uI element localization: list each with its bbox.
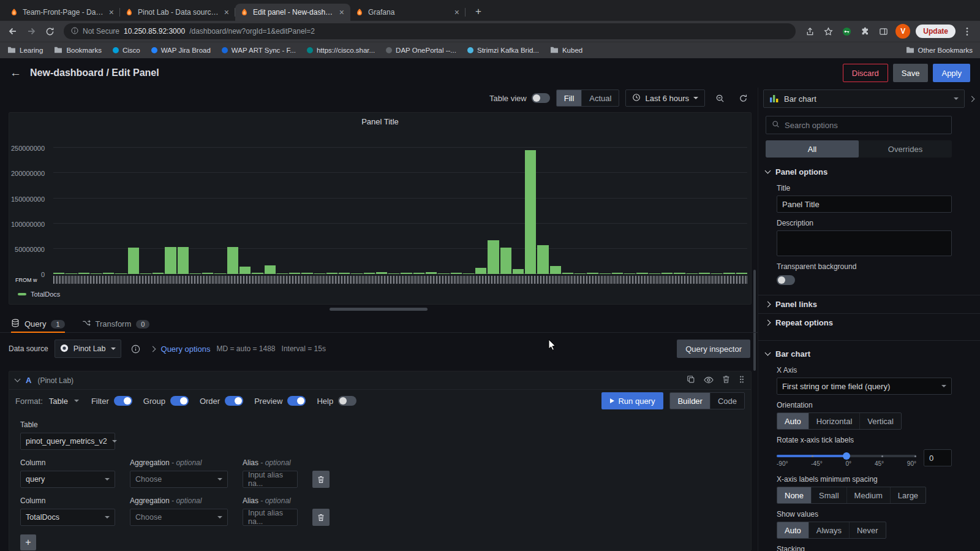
visualization-picker[interactable]: Bar chart bbox=[763, 89, 965, 108]
run-query-button[interactable]: Run query bbox=[601, 392, 663, 409]
collapse-query-icon[interactable] bbox=[15, 376, 21, 382]
delete-column-button[interactable] bbox=[312, 471, 330, 488]
options-tab[interactable]: Overrides bbox=[859, 140, 952, 158]
display-mode-option[interactable]: Fill bbox=[557, 90, 582, 106]
x-axis-select[interactable]: First string or time field (query) bbox=[777, 378, 952, 395]
orientation-option[interactable]: Auto bbox=[777, 413, 809, 429]
duplicate-query-icon[interactable] bbox=[687, 375, 695, 386]
toggle-switch[interactable] bbox=[287, 396, 306, 406]
bookmark-item[interactable]: WAP Jira Broad bbox=[151, 47, 211, 54]
browser-tab[interactable]: Grafana × bbox=[350, 4, 466, 21]
time-range-picker[interactable]: Last 6 hours bbox=[625, 89, 705, 107]
datasource-picker[interactable]: Pinot Lab bbox=[55, 340, 121, 358]
bookmark-item[interactable]: Bookmarks bbox=[54, 46, 102, 55]
alias-input[interactable]: Input alias na... bbox=[243, 471, 298, 488]
spacing-option[interactable]: Large bbox=[891, 487, 925, 503]
drag-handle-icon[interactable] bbox=[739, 375, 745, 386]
toggle-switch[interactable] bbox=[225, 396, 243, 406]
show-values-option[interactable]: Always bbox=[809, 522, 850, 538]
options-tab[interactable]: All bbox=[766, 140, 859, 158]
bookmark-star-icon[interactable] bbox=[820, 23, 836, 39]
forward-icon[interactable] bbox=[23, 23, 39, 39]
tab-transform[interactable]: Transform 0 bbox=[82, 316, 150, 332]
orientation-option[interactable]: Horizontal bbox=[809, 413, 861, 429]
toggle-switch[interactable] bbox=[338, 396, 356, 406]
aggregation-select[interactable]: Choose bbox=[130, 471, 228, 488]
toggle-switch[interactable] bbox=[114, 396, 132, 406]
collapsed-section[interactable]: Repeat options bbox=[758, 313, 980, 332]
column-select[interactable]: query bbox=[20, 471, 115, 488]
horizontal-scrollbar[interactable] bbox=[330, 308, 428, 311]
toggle-switch[interactable] bbox=[170, 396, 189, 406]
tab-close-icon[interactable]: × bbox=[453, 7, 461, 17]
bookmark-item[interactable]: Cisco bbox=[113, 47, 140, 54]
delete-column-button[interactable] bbox=[312, 509, 330, 526]
show-values-option[interactable]: Never bbox=[850, 522, 886, 538]
table-view-toggle[interactable] bbox=[532, 93, 550, 103]
refresh-icon[interactable] bbox=[734, 89, 752, 107]
chrome-update-button[interactable]: Update bbox=[916, 25, 956, 38]
bookmark-item[interactable]: Learing bbox=[7, 46, 43, 55]
browser-tab[interactable]: Pinot Lab - Data sources - Con × bbox=[120, 4, 235, 21]
bar-chart-section[interactable]: Bar chart bbox=[758, 340, 980, 360]
tab-close-icon[interactable]: × bbox=[223, 7, 230, 17]
legend[interactable]: TotalDocs bbox=[18, 291, 60, 298]
alias-input[interactable]: Input alias na... bbox=[243, 509, 298, 526]
bookmark-item[interactable]: DAP OnePortal --... bbox=[386, 47, 456, 54]
show-values-option[interactable]: Auto bbox=[777, 522, 809, 538]
chrome-menu-icon[interactable] bbox=[959, 23, 975, 39]
add-column-button[interactable]: + bbox=[20, 534, 36, 550]
datasource-help-icon[interactable] bbox=[127, 340, 145, 357]
collapsed-section[interactable]: Panel links bbox=[758, 295, 980, 313]
hide-query-eye-icon[interactable] bbox=[704, 375, 714, 386]
table-select[interactable]: pinot_query_metrics_v2 bbox=[20, 433, 115, 450]
panel-title-input[interactable]: Panel Title bbox=[777, 196, 952, 213]
editor-mode-option[interactable]: Code bbox=[710, 393, 744, 409]
slider-handle[interactable] bbox=[843, 452, 850, 460]
rotate-value-input[interactable]: 0 bbox=[924, 449, 952, 466]
collapse-options-icon[interactable] bbox=[969, 96, 975, 102]
bookmark-item[interactable]: Kubed bbox=[550, 46, 582, 55]
spacing-option[interactable]: None bbox=[777, 487, 812, 503]
discard-button[interactable]: Discard bbox=[843, 64, 888, 82]
aggregation-select[interactable]: Choose bbox=[130, 509, 228, 526]
other-bookmarks[interactable]: Other Bookmarks bbox=[906, 46, 973, 55]
bookmark-item[interactable]: Strimzi Kafka Brid... bbox=[467, 47, 539, 54]
tab-close-icon[interactable]: × bbox=[338, 7, 345, 17]
browser-tab[interactable]: Team-Front-Page - Dashboard × bbox=[5, 4, 120, 21]
tab-close-icon[interactable]: × bbox=[108, 7, 115, 17]
format-select[interactable]: Table bbox=[49, 397, 68, 406]
delete-query-icon[interactable] bbox=[722, 375, 730, 386]
extensions-puzzle-icon[interactable] bbox=[857, 23, 873, 39]
side-panel-icon[interactable] bbox=[875, 23, 891, 39]
orientation-option[interactable]: Vertical bbox=[860, 413, 901, 429]
display-mode-option[interactable]: Actual bbox=[582, 90, 619, 106]
new-tab-button[interactable]: + bbox=[470, 4, 486, 20]
back-arrow-icon[interactable]: ← bbox=[10, 66, 21, 80]
query-options-toggle[interactable]: Query options bbox=[161, 344, 211, 354]
address-bar[interactable]: Not Secure 10.250.85.92:3000 /dashboard/… bbox=[64, 23, 796, 39]
reload-icon[interactable] bbox=[42, 23, 58, 39]
query-inspector-button[interactable]: Query inspector bbox=[677, 340, 750, 358]
profile-avatar[interactable]: V bbox=[895, 24, 910, 39]
bookmark-item[interactable]: WAP ART Sync - F... bbox=[222, 47, 296, 54]
description-input[interactable] bbox=[777, 230, 952, 256]
site-info-icon[interactable] bbox=[71, 27, 78, 36]
spacing-option[interactable]: Small bbox=[812, 487, 847, 503]
tab-query[interactable]: Query 1 bbox=[11, 316, 65, 332]
spacing-option[interactable]: Medium bbox=[847, 487, 891, 503]
save-button[interactable]: Save bbox=[893, 64, 929, 82]
apply-button[interactable]: Apply bbox=[933, 64, 970, 82]
back-icon[interactable] bbox=[5, 23, 21, 39]
search-options-input[interactable]: Search options bbox=[766, 116, 952, 134]
column-select[interactable]: TotalDocs bbox=[20, 509, 115, 526]
browser-tab[interactable]: Edit panel - New-dashboard - × bbox=[235, 4, 350, 21]
query-letter[interactable]: A bbox=[26, 376, 31, 385]
editor-mode-option[interactable]: Builder bbox=[670, 393, 710, 409]
transparent-bg-toggle[interactable] bbox=[777, 275, 795, 285]
panel-options-section[interactable]: Panel options bbox=[758, 158, 980, 178]
bookmark-item[interactable]: https://cisco.shar... bbox=[307, 47, 375, 54]
password-manager-icon[interactable] bbox=[839, 23, 854, 39]
panel-title[interactable]: Panel Title bbox=[9, 117, 751, 126]
share-icon[interactable] bbox=[802, 23, 818, 39]
